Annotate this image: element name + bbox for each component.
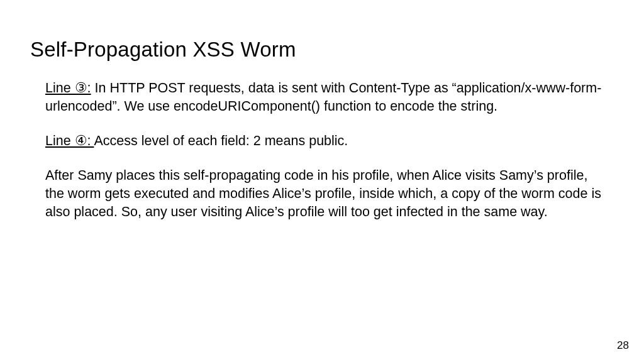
paragraph-line-4: Line ④: Access level of each field: 2 me…: [45, 132, 609, 150]
line3-text: In HTTP POST requests, data is sent with…: [45, 80, 601, 114]
line4-label: Line ④:: [45, 133, 94, 148]
slide-body: Line ③: In HTTP POST requests, data is s…: [30, 79, 614, 221]
paragraph-explanation: After Samy places this self-propagating …: [45, 167, 609, 221]
line3-label: Line ③:: [45, 80, 91, 96]
line4-text: Access level of each field: 2 means publ…: [94, 133, 348, 148]
paragraph-line-3: Line ③: In HTTP POST requests, data is s…: [45, 79, 609, 116]
slide: Self-Propagation XSS Worm Line ③: In HTT…: [0, 0, 644, 362]
page-number: 28: [617, 339, 629, 352]
slide-title: Self-Propagation XSS Worm: [30, 38, 614, 62]
